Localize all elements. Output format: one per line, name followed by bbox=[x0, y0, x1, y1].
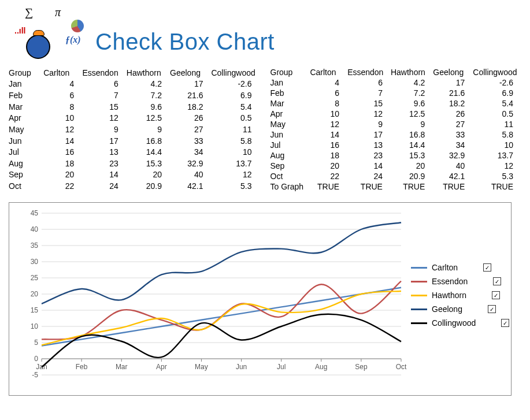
pi-symbol: π bbox=[55, 6, 61, 19]
cell: 6.9 bbox=[473, 88, 521, 98]
legend-checkbox-carlton[interactable]: ✓ bbox=[483, 263, 491, 272]
svg-text:5: 5 bbox=[34, 339, 38, 347]
row-label: Aug bbox=[9, 158, 43, 169]
cell: 7 bbox=[347, 88, 391, 98]
fx-icon: ƒ(x) bbox=[65, 35, 81, 45]
row-label: Apr bbox=[270, 109, 310, 119]
row-label: Mar bbox=[9, 101, 43, 113]
cell: 5.4 bbox=[211, 101, 260, 113]
table-row: May12992711 bbox=[270, 119, 522, 129]
cell: 32.9 bbox=[170, 158, 211, 169]
cell: 14 bbox=[347, 161, 391, 171]
cell: 33 bbox=[170, 135, 211, 147]
cell: 7 bbox=[82, 90, 126, 101]
col-header: Carlton bbox=[43, 67, 82, 79]
table-row: Jul161314.43410 bbox=[270, 140, 522, 150]
table-row: Sep2014204012 bbox=[270, 161, 522, 171]
svg-text:Feb: Feb bbox=[76, 363, 88, 371]
legend-checkbox-geelong[interactable]: ✓ bbox=[488, 305, 496, 313]
legend-checkbox-hawthorn[interactable]: ✓ bbox=[492, 291, 500, 299]
cell: 16 bbox=[310, 140, 347, 150]
cell: 23 bbox=[82, 158, 126, 169]
svg-text:30: 30 bbox=[31, 258, 39, 266]
cell: 24 bbox=[82, 180, 126, 192]
legend-checkbox-essendon[interactable]: ✓ bbox=[493, 277, 501, 285]
cell: 13 bbox=[82, 146, 126, 158]
cell: TRUE bbox=[310, 181, 347, 192]
legend-checkbox-collingwood[interactable]: ✓ bbox=[501, 319, 509, 327]
legend-label: Carlton bbox=[432, 263, 458, 272]
cell: 14 bbox=[310, 129, 347, 140]
svg-text:Oct: Oct bbox=[396, 363, 407, 371]
table-row: Jul161314.43410 bbox=[9, 146, 260, 158]
svg-text:Apr: Apr bbox=[156, 363, 167, 371]
cell: TRUE bbox=[433, 181, 473, 192]
svg-text:0: 0 bbox=[34, 355, 38, 363]
cell: 7.2 bbox=[127, 90, 170, 101]
cell: 11 bbox=[473, 119, 521, 129]
legend-swatch bbox=[411, 322, 427, 324]
cell: 17 bbox=[82, 135, 126, 147]
cell: 11 bbox=[211, 124, 260, 135]
svg-text:Jun: Jun bbox=[236, 363, 247, 371]
table-row: Jan464.217-2.6 bbox=[9, 79, 260, 90]
row-label: Jun bbox=[270, 129, 310, 140]
cell: 16.8 bbox=[391, 129, 433, 140]
row-label: Mar bbox=[270, 98, 310, 109]
cell: 42.1 bbox=[170, 180, 211, 192]
svg-text:20: 20 bbox=[31, 290, 39, 298]
cell: 0.5 bbox=[473, 109, 521, 119]
cell: 32.9 bbox=[433, 150, 473, 161]
cell: 42.1 bbox=[433, 171, 473, 181]
cell: 34 bbox=[170, 146, 211, 158]
line-chart: -5051015202530354045JanFebMarAprMayJunJu… bbox=[14, 207, 407, 392]
cell: 9 bbox=[391, 119, 433, 129]
cell: 15 bbox=[347, 98, 391, 109]
cell: 18.2 bbox=[170, 101, 211, 113]
cell: 6 bbox=[347, 77, 391, 88]
cell: 20 bbox=[391, 161, 433, 171]
cell: 15.3 bbox=[127, 158, 170, 169]
table-row: Jun141716.8335.8 bbox=[270, 129, 522, 140]
cell: 16.8 bbox=[127, 135, 170, 147]
cell: -2.6 bbox=[473, 77, 521, 88]
legend-item: Carlton✓ bbox=[411, 261, 509, 274]
svg-text:15: 15 bbox=[31, 306, 39, 314]
table-row: Oct222420.942.15.3 bbox=[270, 171, 522, 181]
legend-swatch bbox=[411, 281, 427, 283]
svg-text:25: 25 bbox=[31, 274, 39, 282]
chart-legend: Carlton✓Essendon✓Hawthorn✓Geelong✓Collin… bbox=[411, 261, 509, 330]
row-label: Jan bbox=[9, 79, 43, 90]
cell: 20.9 bbox=[127, 180, 170, 192]
cell: 10 bbox=[43, 113, 82, 124]
svg-text:-5: -5 bbox=[32, 371, 38, 379]
cell: 23 bbox=[347, 150, 391, 161]
table-row: Feb677.221.66.9 bbox=[270, 88, 522, 98]
cell: 8 bbox=[310, 98, 347, 109]
cell: 8 bbox=[43, 101, 82, 113]
cell: 18 bbox=[43, 158, 82, 169]
cell: 6.9 bbox=[211, 90, 260, 101]
row-label: Oct bbox=[270, 171, 310, 181]
svg-text:10: 10 bbox=[31, 322, 39, 330]
cell: 17 bbox=[347, 129, 391, 140]
col-header: Collingwood bbox=[473, 67, 521, 77]
cell: 20 bbox=[310, 161, 347, 171]
tables-wrap: GroupCarltonEssendonHawthornGeelongColli… bbox=[9, 67, 521, 192]
bars-icon: ..ıll bbox=[14, 26, 25, 35]
row-label: To Graph bbox=[270, 181, 310, 192]
cell: 40 bbox=[170, 169, 211, 181]
cell: 20.9 bbox=[391, 171, 433, 181]
cell: 17 bbox=[433, 77, 473, 88]
row-label: Oct bbox=[9, 180, 43, 192]
col-header: Geelong bbox=[433, 67, 473, 77]
cell: 5.3 bbox=[473, 171, 521, 181]
cell: 14.4 bbox=[127, 146, 170, 158]
table-row: Apr101212.5260.5 bbox=[9, 113, 260, 124]
svg-text:May: May bbox=[195, 363, 208, 371]
cell: 9.6 bbox=[127, 101, 170, 113]
row-label: Apr bbox=[9, 113, 43, 124]
cell: 24 bbox=[347, 171, 391, 181]
cell: 13 bbox=[347, 140, 391, 150]
svg-text:35: 35 bbox=[31, 241, 39, 250]
